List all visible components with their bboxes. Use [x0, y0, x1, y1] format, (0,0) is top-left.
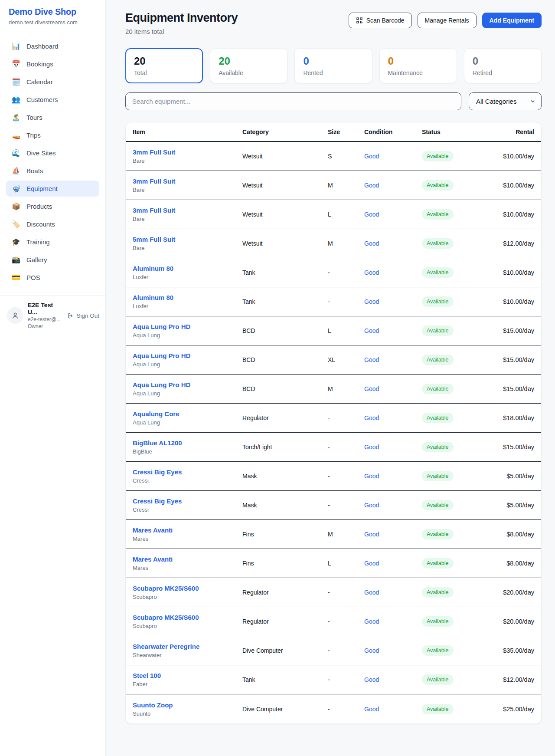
- equipment-table-body: 3mm Full Suit Bare Wetsuit S Good Availa…: [126, 142, 541, 723]
- table-row: Cressi Big Eyes Cressi Mask - Good Avail…: [126, 462, 541, 491]
- item-name-link[interactable]: 3mm Full Suit: [133, 177, 242, 185]
- stat-card-retired[interactable]: 0 Retired: [464, 48, 542, 83]
- stat-card-rented[interactable]: 0 Rented: [294, 48, 372, 83]
- item-name-link[interactable]: 3mm Full Suit: [133, 148, 242, 156]
- condition-link[interactable]: Good: [364, 676, 379, 683]
- condition-link[interactable]: Good: [364, 356, 379, 363]
- scan-barcode-button[interactable]: Scan Barcode: [349, 13, 412, 28]
- item-name-link[interactable]: Steel 100: [133, 672, 242, 679]
- category-cell: Tank: [242, 676, 328, 683]
- item-name-link[interactable]: Aqua Lung Pro HD: [133, 381, 242, 388]
- item-cell: Aqua Lung Pro HD Aqua Lung: [133, 381, 242, 397]
- status-badge: Available: [422, 529, 454, 539]
- rental-price: $10.00/day: [491, 211, 534, 218]
- item-name-link[interactable]: Mares Avanti: [133, 526, 242, 534]
- table-row: Mares Avanti Mares Fins M Good Available…: [126, 520, 541, 549]
- category-select[interactable]: All Categories: [469, 92, 542, 110]
- condition-link[interactable]: Good: [364, 182, 379, 189]
- rental-price: $10.00/day: [491, 153, 534, 160]
- rental-price: $10.00/day: [491, 269, 534, 276]
- size-cell: S: [328, 153, 364, 160]
- status-badge: Available: [422, 616, 454, 627]
- condition-link[interactable]: Good: [364, 298, 379, 305]
- condition-link[interactable]: Good: [364, 531, 379, 538]
- sidebar-item-bookings[interactable]: 📅 Bookings: [6, 56, 99, 72]
- condition-link[interactable]: Good: [364, 385, 379, 392]
- item-cell: 3mm Full Suit Bare: [133, 177, 242, 193]
- sidebar-item-products[interactable]: 📦 Products: [6, 198, 99, 214]
- size-cell: -: [328, 502, 364, 509]
- table-row: Shearwater Peregrine Shearwater Dive Com…: [126, 636, 541, 665]
- item-name-link[interactable]: 5mm Full Suit: [133, 236, 242, 243]
- condition-link[interactable]: Good: [364, 560, 379, 567]
- sidebar-item-dashboard[interactable]: 📊 Dashboard: [6, 38, 99, 54]
- item-name-link[interactable]: Aluminum 80: [133, 294, 242, 301]
- sidebar-item-label: Calendar: [26, 78, 53, 85]
- search-input[interactable]: [125, 92, 461, 110]
- item-name-link[interactable]: Aqua Lung Pro HD: [133, 323, 242, 330]
- category-cell: Wetsuit: [242, 182, 328, 189]
- rental-price: $18.00/day: [491, 414, 534, 421]
- condition-link[interactable]: Good: [364, 706, 379, 713]
- condition-link[interactable]: Good: [364, 153, 379, 160]
- status-badge: Available: [422, 471, 454, 481]
- item-name-link[interactable]: Cressi Big Eyes: [133, 497, 242, 505]
- sign-out-button[interactable]: Sign Out: [67, 312, 99, 319]
- sidebar-item-equipment[interactable]: 🤿 Equipment: [6, 181, 99, 197]
- table-row: BigBlue AL1200 BigBlue Torch/Light - Goo…: [126, 433, 541, 462]
- sidebar-item-customers[interactable]: 👥 Customers: [6, 92, 99, 108]
- sidebar-item-discounts[interactable]: 🏷️ Discounts: [6, 216, 99, 232]
- sidebar-item-dive-sites[interactable]: 🌊 Dive Sites: [6, 145, 99, 161]
- sidebar-item-boats[interactable]: ⛵ Boats: [6, 163, 99, 179]
- status-badge: Available: [422, 355, 454, 365]
- condition-link[interactable]: Good: [364, 211, 379, 218]
- condition-link[interactable]: Good: [364, 618, 379, 625]
- item-name-link[interactable]: Aluminum 80: [133, 265, 242, 272]
- condition-link[interactable]: Good: [364, 473, 379, 480]
- condition-link[interactable]: Good: [364, 327, 379, 334]
- item-name-link[interactable]: Cressi Big Eyes: [133, 468, 242, 476]
- condition-link[interactable]: Good: [364, 414, 379, 421]
- category-cell: Regulator: [242, 414, 328, 421]
- stat-value: 0: [303, 55, 363, 67]
- item-name-link[interactable]: Scubapro MK25/S600: [133, 585, 242, 592]
- stat-card-total[interactable]: 20 Total: [125, 48, 203, 83]
- item-name-link[interactable]: Shearwater Peregrine: [133, 643, 242, 650]
- stat-card-available[interactable]: 20 Available: [210, 48, 287, 83]
- category-cell: Regulator: [242, 589, 328, 596]
- item-name-link[interactable]: 3mm Full Suit: [133, 207, 242, 214]
- manage-rentals-button[interactable]: Manage Rentals: [418, 13, 477, 28]
- size-cell: M: [328, 531, 364, 538]
- condition-link[interactable]: Good: [364, 589, 379, 596]
- condition-link[interactable]: Good: [364, 240, 379, 247]
- sidebar-item-calendar[interactable]: 🗓️ Calendar: [6, 74, 99, 90]
- sidebar-item-trips[interactable]: 🚤 Trips: [6, 127, 99, 143]
- item-name-link[interactable]: Scubapro MK25/S600: [133, 614, 242, 621]
- item-cell: Suunto Zoop Suunto: [133, 701, 242, 717]
- stat-card-maintenance[interactable]: 0 Maintenance: [379, 48, 457, 83]
- filter-bar: All Categories: [125, 92, 542, 110]
- item-brand: Shearwater: [133, 652, 242, 658]
- add-equipment-button[interactable]: Add Equipment: [482, 13, 542, 28]
- item-name-link[interactable]: Aqualung Core: [133, 410, 242, 417]
- sidebar-item-label: Dashboard: [26, 43, 58, 50]
- sidebar: Demo Dive Shop demo.test.divestreams.com…: [0, 0, 106, 756]
- sidebar-item-training[interactable]: 🎓 Training: [6, 234, 99, 250]
- sidebar-item-gallery[interactable]: 📸 Gallery: [6, 252, 99, 268]
- status-badge: Available: [422, 238, 454, 249]
- category-cell: Torch/Light: [242, 444, 328, 450]
- item-cell: Scubapro MK25/S600 Scubapro: [133, 585, 242, 600]
- condition-link[interactable]: Good: [364, 269, 379, 276]
- sidebar-item-pos[interactable]: 💳 POS: [6, 270, 99, 286]
- item-name-link[interactable]: Aqua Lung Pro HD: [133, 352, 242, 359]
- condition-link[interactable]: Good: [364, 444, 379, 450]
- item-name-link[interactable]: Suunto Zoop: [133, 701, 242, 709]
- condition-link[interactable]: Good: [364, 502, 379, 509]
- item-name-link[interactable]: BigBlue AL1200: [133, 439, 242, 447]
- stat-value: 0: [388, 55, 448, 67]
- sidebar-item-tours[interactable]: 🏝️ Tours: [6, 109, 99, 125]
- table-row: Scubapro MK25/S600 Scubapro Regulator - …: [126, 607, 541, 636]
- condition-link[interactable]: Good: [364, 647, 379, 654]
- size-cell: M: [328, 385, 364, 392]
- item-name-link[interactable]: Mares Avanti: [133, 555, 242, 563]
